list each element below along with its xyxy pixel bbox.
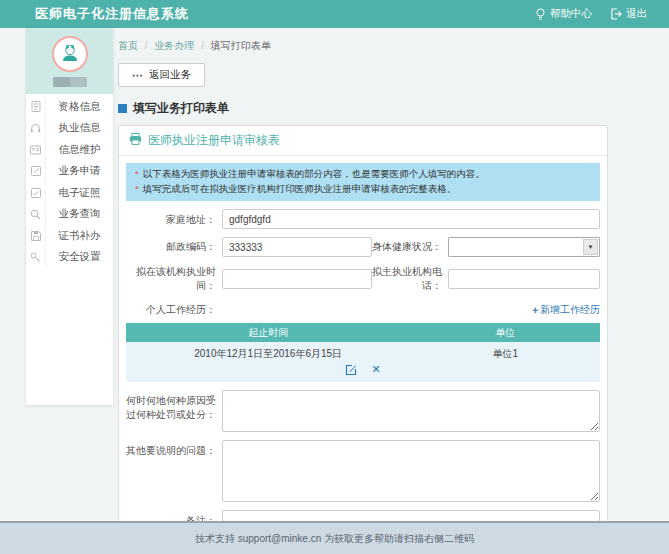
health-status-select[interactable]: ▼ xyxy=(448,237,600,257)
breadcrumb-home-link[interactable]: 首页 xyxy=(118,40,138,51)
headset-icon xyxy=(26,118,46,140)
page-title-text: 填写业务打印表单 xyxy=(133,100,229,117)
add-work-history-link[interactable]: ＋新增工作经历 xyxy=(530,303,600,317)
document-icon xyxy=(26,96,46,118)
breadcrumb: 首页 / 业务办理 / 填写打印表单 xyxy=(118,39,608,53)
sidebar-item-label: 资格信息 xyxy=(46,100,113,114)
delete-icon[interactable]: ✕ xyxy=(371,363,380,376)
printer-icon xyxy=(129,133,142,148)
form-area: 家庭地址： 邮政编码： 身体健康状况： ▼ 拟在该机构执业时间： 拟主执业机构电… xyxy=(119,209,607,530)
sidebar-item-certificate-reissue[interactable]: 证书补办 xyxy=(26,225,113,247)
home-address-input[interactable] xyxy=(222,209,600,229)
sidebar-item-label: 电子证照 xyxy=(46,186,113,200)
work-history-label: 个人工作经历： xyxy=(126,303,222,317)
other-issues-textarea[interactable] xyxy=(222,440,600,502)
sidebar-item-info-maintenance[interactable]: 信息维护 xyxy=(26,139,113,161)
logout-label: 退出 xyxy=(626,7,647,21)
postal-code-input[interactable] xyxy=(222,237,372,257)
notice-box: *以下表格为医师执业注册申请审核表的部分内容，也是需要医师个人填写的内容。 *填… xyxy=(126,163,600,201)
column-header-period: 起止时间 xyxy=(126,323,410,342)
other-issues-label: 其他要说明的问题： xyxy=(126,440,222,458)
plus-icon: ＋ xyxy=(530,304,540,315)
table-row: 2010年12月1日至2016年6月15日 单位1 xyxy=(126,342,600,361)
sidebar-item-qualification-info[interactable]: 资格信息 xyxy=(26,96,113,118)
asterisk-icon: * xyxy=(135,183,139,194)
sidebar-item-label: 信息维护 xyxy=(46,143,113,157)
breadcrumb-separator: / xyxy=(145,40,148,51)
sidebar: 资格信息 执业信息 信息维护 业务申请 电子证照 业务查询 xyxy=(26,28,113,405)
chevron-down-icon: ▼ xyxy=(583,239,598,255)
certificate-icon xyxy=(26,182,46,204)
support-text: 技术支持 support@minke.cn 为获取更多帮助请扫描右侧二维码 xyxy=(195,532,474,546)
app-title: 医师电子化注册信息系统 xyxy=(35,5,189,23)
user-profile-block[interactable] xyxy=(26,28,113,94)
edit-square-icon xyxy=(26,161,46,183)
return-business-label: 返回业务 xyxy=(149,68,191,82)
lightbulb-icon xyxy=(535,8,546,21)
row-period-cell: 2010年12月1日至2016年6月15日 xyxy=(126,342,410,361)
doctor-avatar-icon xyxy=(59,41,81,67)
notice-line: *填写完成后可在拟执业医疗机构打印医师执业注册申请审核表的完整表格。 xyxy=(135,182,591,197)
logout-icon xyxy=(610,8,622,20)
panel-header: 医师执业注册申请审核表 xyxy=(119,126,607,156)
help-center-button[interactable]: 帮助中心 xyxy=(535,7,592,21)
key-icon xyxy=(26,247,46,269)
sidebar-item-label: 业务查询 xyxy=(46,207,113,221)
page-title: 填写业务打印表单 xyxy=(118,100,608,117)
asterisk-icon: * xyxy=(135,168,139,179)
sidebar-item-practice-info[interactable]: 执业信息 xyxy=(26,118,113,140)
sidebar-item-electronic-certificate[interactable]: 电子证照 xyxy=(26,182,113,204)
ellipsis-icon: ⋯ xyxy=(132,72,143,78)
search-icon xyxy=(26,204,46,226)
breadcrumb-separator: / xyxy=(201,40,204,51)
user-name-redacted xyxy=(53,77,87,87)
health-status-label: 身体健康状况： xyxy=(372,240,448,254)
title-square-icon xyxy=(118,104,127,113)
breadcrumb-current: 填写打印表单 xyxy=(211,40,271,51)
practice-time-label: 拟在该机构执业时间： xyxy=(126,265,222,293)
help-center-label: 帮助中心 xyxy=(550,7,592,21)
table-row-actions: ✕ xyxy=(126,361,600,382)
breadcrumb-business-link[interactable]: 业务办理 xyxy=(154,40,194,51)
logout-button[interactable]: 退出 xyxy=(610,7,647,21)
sidebar-item-security-settings[interactable]: 安全设置 xyxy=(26,247,113,269)
avatar xyxy=(52,36,88,72)
org-phone-input[interactable] xyxy=(448,269,600,289)
org-phone-label: 拟主执业机构电话： xyxy=(372,265,448,293)
sidebar-menu: 资格信息 执业信息 信息维护 业务申请 电子证照 业务查询 xyxy=(26,94,113,268)
column-header-unit: 单位 xyxy=(410,323,600,342)
notice-line: *以下表格为医师执业注册申请审核表的部分内容，也是需要医师个人填写的内容。 xyxy=(135,167,591,182)
footer-bar: 技术支持 support@minke.cn 为获取更多帮助请扫描右侧二维码 xyxy=(0,521,669,554)
app-window: 医师电子化注册信息系统 帮助中心 退出 xyxy=(0,0,669,554)
sidebar-item-label: 业务申请 xyxy=(46,164,113,178)
sidebar-item-label: 执业信息 xyxy=(46,121,113,135)
save-icon xyxy=(26,225,46,247)
sidebar-item-business-application[interactable]: 业务申请 xyxy=(26,161,113,183)
row-unit-cell: 单位1 xyxy=(410,342,600,361)
table-header-row: 起止时间 单位 xyxy=(126,323,600,342)
return-business-button[interactable]: ⋯ 返回业务 xyxy=(118,63,205,87)
main-content: 首页 / 业务办理 / 填写打印表单 ⋯ 返回业务 填写业务打印表单 医师执业注… xyxy=(118,28,608,554)
punishment-textarea[interactable] xyxy=(222,390,600,432)
review-form-panel: 医师执业注册申请审核表 *以下表格为医师执业注册申请审核表的部分内容，也是需要医… xyxy=(118,125,608,554)
sidebar-item-label: 安全设置 xyxy=(46,250,113,264)
practice-time-input[interactable] xyxy=(222,269,372,289)
home-address-label: 家庭地址： xyxy=(126,209,222,227)
sidebar-item-business-query[interactable]: 业务查询 xyxy=(26,204,113,226)
panel-title: 医师执业注册申请审核表 xyxy=(148,132,280,149)
punishment-label: 何时何地何种原因受过何种处罚或处分： xyxy=(126,390,222,422)
edit-icon[interactable] xyxy=(345,363,357,376)
work-history-table: 起止时间 单位 2010年12月1日至2016年6月15日 单位1 xyxy=(126,323,600,382)
top-header-bar: 医师电子化注册信息系统 帮助中心 退出 xyxy=(0,0,669,28)
sidebar-item-label: 证书补办 xyxy=(46,229,113,243)
id-card-icon xyxy=(26,139,46,161)
postal-code-label: 邮政编码： xyxy=(126,240,222,254)
